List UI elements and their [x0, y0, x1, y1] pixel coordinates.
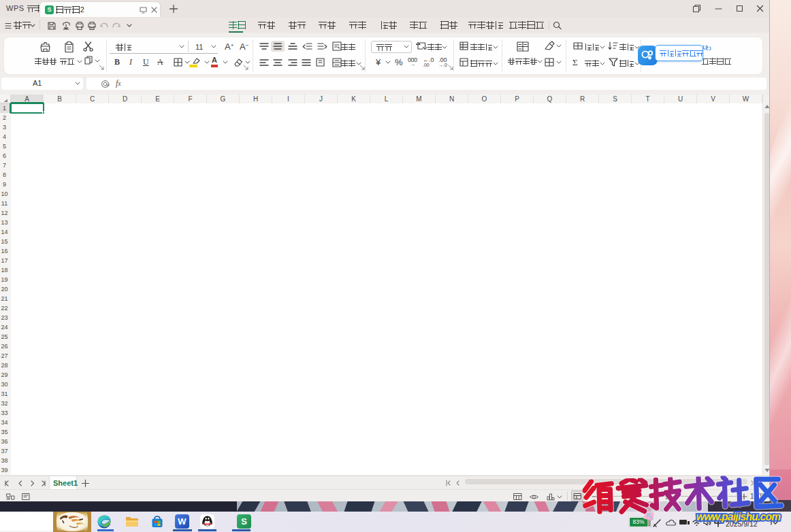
svg-text:www.paijishu.com: www.paijishu.com [696, 511, 781, 522]
